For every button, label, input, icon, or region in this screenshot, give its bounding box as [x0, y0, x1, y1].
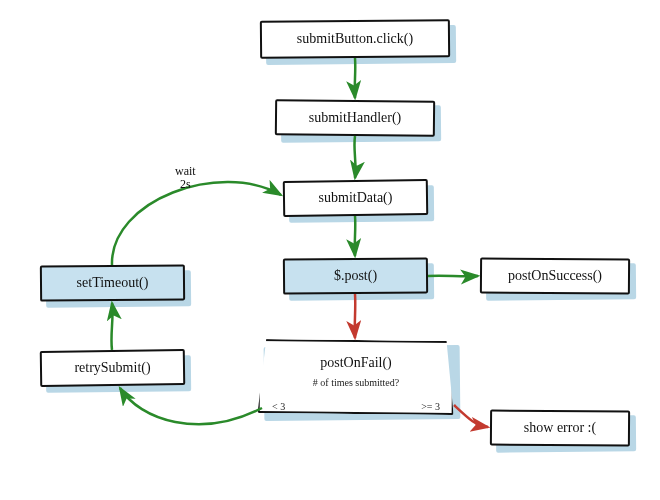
- node-submit-data: submitData(): [283, 180, 428, 216]
- node-set-timeout: setTimeout(): [40, 265, 185, 301]
- node-post: $.post(): [283, 258, 428, 294]
- node-retry-submit: retrySubmit(): [40, 350, 185, 386]
- edge: [112, 182, 281, 265]
- edge: [120, 388, 262, 424]
- node-post-on-fail: postOnFail() # of times submitted? < 3 >…: [258, 340, 454, 414]
- edge: [354, 136, 355, 178]
- node-subtext: # of times submitted?: [313, 377, 399, 388]
- node-submit-button: submitButton.click(): [260, 20, 450, 58]
- node-submit-handler: submitHandler(): [275, 100, 435, 136]
- node-label: retrySubmit(): [66, 360, 158, 376]
- node-label: setTimeout(): [69, 275, 157, 291]
- node-post-on-success: postOnSuccess(): [480, 258, 630, 294]
- node-label: postOnFail(): [312, 355, 400, 371]
- node-label: submitHandler(): [301, 110, 410, 126]
- node-label: submitButton.click(): [289, 31, 421, 47]
- edge: [428, 276, 478, 277]
- node-show-error: show error :(: [490, 410, 630, 446]
- edge-label-wait-2s: wait 2s: [175, 165, 196, 191]
- edge: [111, 303, 112, 350]
- edge: [355, 294, 356, 338]
- node-label: $.post(): [326, 268, 385, 284]
- branch-right: >= 3: [421, 401, 440, 412]
- node-label: postOnSuccess(): [500, 268, 610, 284]
- branch-left: < 3: [272, 401, 285, 412]
- node-label: show error :(: [516, 420, 604, 436]
- node-label: submitData(): [311, 190, 401, 206]
